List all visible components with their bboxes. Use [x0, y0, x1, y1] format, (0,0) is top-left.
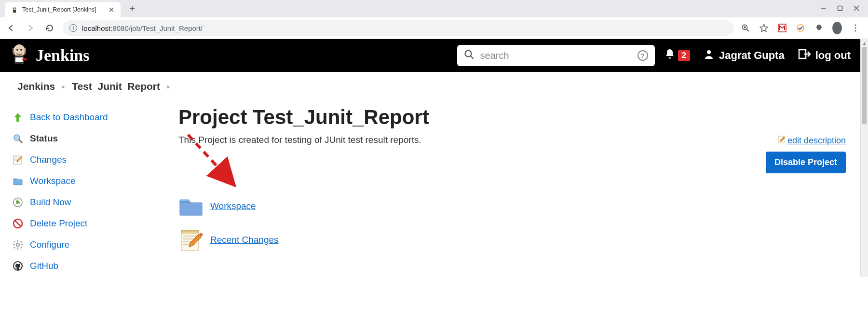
svg-point-8: [855, 25, 856, 26]
svg-point-2: [14, 8, 14, 9]
sidebar-item-label: Back to Dashboard: [30, 112, 108, 123]
site-info-icon[interactable]: i: [69, 24, 77, 32]
search-box: ?: [457, 45, 655, 66]
search-input[interactable]: [480, 50, 632, 61]
jenkins-favicon: [11, 6, 18, 14]
sidebar-item-changes[interactable]: Changes: [9, 149, 164, 170]
jenkins-brand-text: Jenkins: [36, 46, 90, 65]
address-bar[interactable]: i localhost:8080/job/Test_Junit_Report/: [63, 20, 734, 36]
sidebar-item-delete-project[interactable]: Delete Project: [9, 213, 164, 234]
svg-point-17: [465, 51, 471, 57]
notepad-pencil-icon: [178, 227, 203, 252]
svg-point-9: [855, 28, 856, 29]
edit-pencil-icon: [778, 136, 786, 146]
svg-rect-28: [21, 244, 23, 245]
search-help-icon[interactable]: ?: [637, 50, 648, 61]
folder-icon: [178, 194, 203, 219]
clock-play-icon: [12, 196, 24, 209]
breadcrumb-item-project[interactable]: Test_Junit_Report: [72, 81, 160, 92]
edit-description-label: edit description: [787, 136, 846, 146]
profile-avatar-icon[interactable]: [832, 23, 842, 33]
window-close-icon[interactable]: [854, 5, 859, 13]
breadcrumb: Jenkins ▸ Test_Junit_Report ▸: [0, 72, 860, 95]
sidebar: Back to Dashboard Status Changes Workspa…: [0, 95, 164, 277]
svg-rect-30: [20, 241, 22, 243]
notification-badge: 2: [678, 50, 690, 61]
svg-rect-32: [20, 247, 22, 249]
recent-changes-link[interactable]: Recent Changes: [210, 235, 279, 245]
tab-close-icon[interactable]: [108, 6, 115, 13]
svg-point-10: [855, 30, 856, 32]
browser-tab-title: Test_Junit_Report [Jenkins]: [22, 6, 104, 13]
sidebar-item-workspace[interactable]: Workspace: [9, 170, 164, 192]
bookmark-star-icon[interactable]: [759, 23, 769, 33]
notepad-icon: [12, 154, 24, 166]
scrollbar-up-arrow-icon[interactable]: ▲: [861, 39, 868, 47]
svg-rect-31: [14, 247, 15, 249]
sidebar-item-configure[interactable]: Configure: [9, 234, 164, 255]
logout-label: log out: [815, 49, 851, 62]
svg-rect-13: [15, 57, 23, 62]
sidebar-item-back-to-dashboard[interactable]: Back to Dashboard: [9, 107, 164, 128]
edit-description-link[interactable]: edit description: [778, 136, 846, 146]
disable-project-button[interactable]: Disable Project: [766, 152, 846, 173]
sidebar-item-label: Changes: [30, 154, 67, 165]
folder-icon: [12, 175, 24, 187]
svg-rect-27: [13, 244, 15, 245]
user-name-label: Jagrat Gupta: [719, 49, 785, 62]
svg-rect-4: [838, 6, 842, 10]
bell-icon: [665, 48, 675, 63]
jenkins-mascot-icon: [10, 43, 29, 68]
jenkins-logo[interactable]: Jenkins: [10, 43, 90, 68]
sidebar-item-label: Delete Project: [30, 218, 87, 229]
sidebar-item-build-now[interactable]: Build Now: [9, 192, 164, 213]
svg-rect-1: [13, 10, 16, 13]
sidebar-item-label: Workspace: [30, 176, 76, 186]
reload-button[interactable]: [43, 22, 56, 34]
breadcrumb-item-root[interactable]: Jenkins: [17, 81, 55, 92]
vertical-scrollbar[interactable]: ▲: [860, 39, 868, 277]
chevron-right-icon: ▸: [167, 83, 170, 90]
browser-chrome: Test_Junit_Report [Jenkins] + i localhos…: [0, 0, 868, 39]
logout-link[interactable]: log out: [798, 49, 851, 62]
window-controls: [812, 5, 868, 13]
extensions-puzzle-icon[interactable]: [814, 23, 824, 33]
svg-rect-26: [17, 248, 18, 250]
new-tab-button[interactable]: +: [125, 2, 139, 15]
chrome-menu-icon[interactable]: [851, 23, 860, 33]
browser-tab[interactable]: Test_Junit_Report [Jenkins]: [5, 2, 121, 17]
sidebar-item-label: GitHub: [30, 261, 58, 271]
address-text: localhost:8080/job/Test_Junit_Report/: [82, 24, 203, 32]
delete-forbidden-icon: [12, 217, 24, 230]
workspace-quick-link: Workspace: [178, 194, 846, 219]
back-button[interactable]: [5, 22, 17, 34]
search-icon: [464, 49, 475, 62]
svg-point-18: [707, 50, 711, 54]
mcafee-icon[interactable]: [777, 23, 787, 33]
sidebar-item-label: Configure: [30, 239, 69, 250]
window-minimize-icon[interactable]: [821, 5, 827, 13]
window-maximize-icon[interactable]: [837, 5, 843, 13]
recent-changes-quick-link: Recent Changes: [178, 227, 846, 252]
svg-rect-29: [14, 241, 15, 243]
project-description: This Project is created for testing of J…: [178, 135, 846, 145]
github-icon: [12, 260, 24, 272]
svg-point-14: [16, 49, 18, 51]
svg-point-15: [20, 49, 22, 51]
jenkins-header: Jenkins ? 2 Jagrat Gupta log out: [0, 39, 860, 72]
forward-button[interactable]: [24, 22, 37, 34]
svg-point-20: [14, 135, 20, 140]
extension-icon[interactable]: [796, 23, 805, 33]
notifications[interactable]: 2: [665, 48, 690, 63]
workspace-link[interactable]: Workspace: [210, 201, 256, 211]
zoom-icon[interactable]: [741, 23, 750, 33]
sidebar-item-github[interactable]: GitHub: [9, 255, 164, 277]
sidebar-item-label: Status: [30, 133, 58, 144]
scrollbar-thumb[interactable]: [862, 47, 867, 124]
sidebar-item-status[interactable]: Status: [9, 128, 164, 149]
user-link[interactable]: Jagrat Gupta: [704, 49, 785, 62]
svg-point-3: [15, 8, 15, 9]
sidebar-item-label: Build Now: [30, 197, 71, 208]
main-content: Project Test_Junit_Report This Project i…: [164, 95, 860, 277]
gear-icon: [12, 238, 24, 251]
